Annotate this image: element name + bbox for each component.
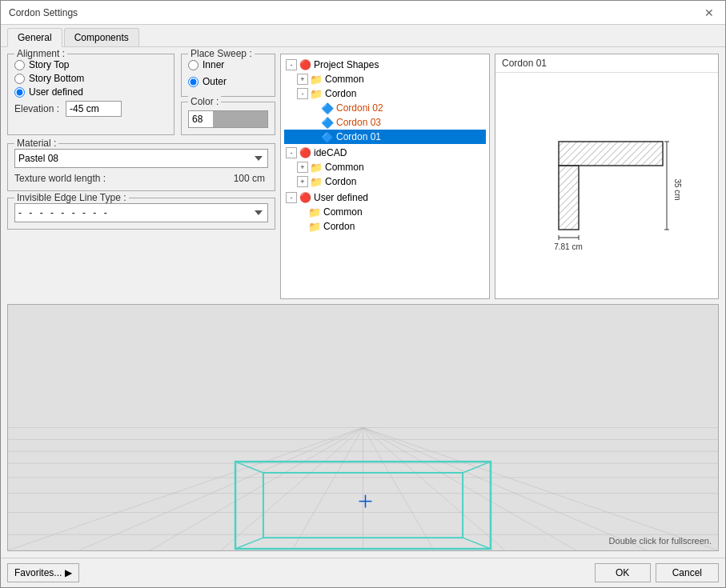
shape-icon-project-shapes: 🔴 <box>299 58 311 71</box>
line-type-select[interactable]: - - - - - - - - - <box>14 203 268 222</box>
expand-common-1[interactable]: + <box>297 74 308 85</box>
preview-panel: Cordon 01 <box>495 54 719 299</box>
color-group: Color : <box>181 102 275 135</box>
user-defined-radio[interactable] <box>14 87 25 98</box>
folder-icon-cordon-2: 📁 <box>310 175 323 188</box>
texture-label: Texture world length : <box>14 173 106 184</box>
story-bottom-row: Story Bottom <box>14 73 167 84</box>
label-cordon-group-1: Cordon <box>325 88 356 99</box>
expand-cordon-2[interactable]: + <box>297 176 308 187</box>
cordon-icon-cordon01: 🔷 <box>321 130 334 143</box>
grid-svg <box>8 305 718 550</box>
folder-icon-cordon-1: 📁 <box>310 87 323 100</box>
expand-common-2[interactable]: + <box>297 162 308 173</box>
expand-cordon-1[interactable]: - <box>297 88 308 99</box>
viewport-3d[interactable]: Double click for fullscreen. <box>7 304 719 551</box>
alignment-group: Alignment : Story Top Story Bottom User … <box>7 54 174 135</box>
tab-components[interactable]: Components <box>64 28 139 46</box>
tree-item-user-defined[interactable]: - 🔴 User defined <box>284 190 486 205</box>
expand-user-defined[interactable]: - <box>286 192 297 203</box>
elevation-input[interactable] <box>66 101 122 117</box>
tree-item-project-shapes[interactable]: - 🔴 Project Shapes <box>284 58 486 72</box>
tree-item-common-1[interactable]: + 📁 Common <box>284 72 486 86</box>
outer-radio[interactable] <box>188 77 199 87</box>
expand-idecad[interactable]: - <box>286 147 297 158</box>
label-cordon01: Cordon 01 <box>336 131 381 142</box>
label-user-defined: User defined <box>314 192 368 203</box>
ok-button[interactable]: OK <box>595 563 651 582</box>
label-idecad: ideCAD <box>314 147 347 158</box>
invisible-edge-group: Invisible Edge Line Type : - - - - - - -… <box>7 198 275 230</box>
folder-icon-cordon-3: 📁 <box>308 220 321 233</box>
cordon-icon-cordoni02: 🔷 <box>321 102 334 114</box>
story-bottom-radio[interactable] <box>14 74 25 84</box>
title-bar: Cordon Settings ✕ <box>1 1 725 25</box>
svg-rect-2 <box>559 166 579 230</box>
tree-item-idecad[interactable]: - 🔴 ideCAD <box>284 146 486 160</box>
label-cordoni02: Cordoni 02 <box>336 102 383 114</box>
story-top-radio[interactable] <box>14 60 25 70</box>
folder-icon-common-1: 📁 <box>310 73 323 86</box>
favorites-button[interactable]: Favorites... ▶ <box>7 563 79 582</box>
label-project-shapes: Project Shapes <box>314 59 379 70</box>
tree-item-cordoni02[interactable]: 🔷 Cordoni 02 <box>284 101 486 115</box>
texture-row: Texture world length : 100 cm <box>14 173 268 184</box>
color-number-input[interactable] <box>189 114 213 125</box>
tree-container: - 🔴 Project Shapes + 📁 Common - 📁 C <box>281 54 489 237</box>
svg-text:35 cm: 35 cm <box>673 178 682 200</box>
tab-bar: General Components <box>1 25 725 47</box>
outer-label: Outer <box>203 76 227 87</box>
footer-right: OK Cancel <box>595 563 719 582</box>
tree-item-cordon-group-2[interactable]: + 📁 Cordon <box>284 174 486 189</box>
material-group: Material : Pastel 08 Texture world lengt… <box>7 143 275 191</box>
shape-icon-user-defined: 🔴 <box>299 191 311 204</box>
dialog-title: Cordon Settings <box>9 7 78 18</box>
elevation-label: Elevation : <box>14 103 59 114</box>
tree-item-common-3[interactable]: 📁 Common <box>284 205 486 219</box>
alignment-label: Alignment : <box>14 48 67 59</box>
story-top-label: Story Top <box>29 59 69 70</box>
folder-icon-common-3: 📁 <box>308 206 321 218</box>
color-input-container[interactable] <box>188 110 268 128</box>
material-select[interactable]: Pastel 08 <box>14 149 268 168</box>
expand-project-shapes[interactable]: - <box>286 59 297 70</box>
close-button[interactable]: ✕ <box>701 6 717 19</box>
folder-icon-common-2: 📁 <box>310 161 323 174</box>
label-common-3: Common <box>323 206 363 218</box>
top-panels-row: Alignment : Story Top Story Bottom User … <box>7 54 719 299</box>
texture-value: 100 cm <box>234 173 268 184</box>
favorites-arrow: ▶ <box>65 567 72 578</box>
shape-icon-idecad: 🔴 <box>299 146 311 159</box>
label-cordon03: Cordon 03 <box>336 117 381 128</box>
color-label: Color : <box>188 96 221 107</box>
footer: Favorites... ▶ OK Cancel <box>1 558 725 587</box>
tree-panel: - 🔴 Project Shapes + 📁 Common - 📁 C <box>280 54 490 299</box>
color-row <box>188 110 268 128</box>
outer-row: Outer <box>188 76 268 87</box>
story-bottom-label: Story Bottom <box>29 73 84 84</box>
favorites-label: Favorites... <box>14 567 62 578</box>
svg-text:7.81 cm: 7.81 cm <box>554 242 583 251</box>
preview-title: Cordon 01 <box>495 54 718 73</box>
material-label: Material : <box>14 138 58 149</box>
story-top-row: Story Top <box>14 59 167 70</box>
place-sweep-label: Place Sweep : <box>188 48 255 59</box>
elevation-row: Elevation : <box>14 101 167 117</box>
inner-row: Inner <box>188 59 268 70</box>
inner-label: Inner <box>203 59 224 70</box>
label-common-1: Common <box>325 74 364 85</box>
fullscreen-hint: Double click for fullscreen. <box>609 536 712 546</box>
dialog: Cordon Settings ✕ General Components Ali… <box>0 0 726 588</box>
tree-item-cordon01[interactable]: 🔷 Cordon 01 <box>284 130 486 144</box>
tree-item-cordon03[interactable]: 🔷 Cordon 03 <box>284 115 486 130</box>
user-defined-label: User defined <box>29 86 83 98</box>
tree-item-common-2[interactable]: + 📁 Common <box>284 160 486 174</box>
tree-item-cordon-group-3[interactable]: 📁 Cordon <box>284 219 486 234</box>
tab-general[interactable]: General <box>7 28 62 47</box>
cancel-button[interactable]: Cancel <box>656 563 719 582</box>
content-area: Alignment : Story Top Story Bottom User … <box>1 47 725 558</box>
inner-radio[interactable] <box>188 60 199 70</box>
cordon-preview-svg: 35 cm 7.81 cm <box>519 98 695 274</box>
invisible-edge-label: Invisible Edge Line Type : <box>14 192 129 203</box>
tree-item-cordon-group-1[interactable]: - 📁 Cordon <box>284 86 486 101</box>
